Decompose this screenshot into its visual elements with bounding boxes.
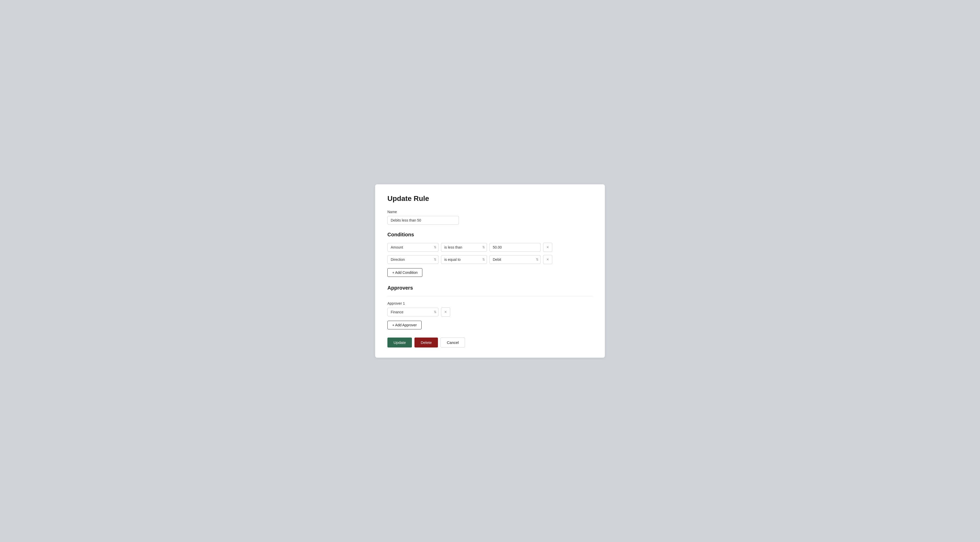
- condition2-field-select[interactable]: Amount Direction Description: [387, 255, 438, 264]
- approvers-section: Approvers Approver 1 Finance HR Manageme…: [387, 285, 593, 330]
- condition1-remove-button[interactable]: ×: [543, 243, 552, 252]
- cancel-button[interactable]: Cancel: [441, 338, 465, 347]
- condition1-value-input[interactable]: [490, 243, 541, 252]
- condition1-field-wrapper: Amount Direction Description: [387, 243, 438, 252]
- approver1-select[interactable]: Finance HR Management IT: [387, 308, 438, 316]
- condition1-field-select[interactable]: Amount Direction Description: [387, 243, 438, 252]
- add-approver-button[interactable]: + Add Approver: [387, 321, 422, 330]
- condition-row-2: Amount Direction Description is less tha…: [387, 255, 593, 264]
- condition1-operator-wrapper: is less than is greater than is equal to…: [441, 243, 487, 252]
- name-input[interactable]: [387, 216, 459, 225]
- condition2-value-wrapper: Debit Credit: [490, 255, 541, 264]
- approver1-remove-icon: ×: [444, 310, 447, 314]
- name-label: Name: [387, 210, 593, 214]
- delete-button[interactable]: Delete: [414, 338, 438, 347]
- condition1-operator-select[interactable]: is less than is greater than is equal to…: [441, 243, 487, 252]
- condition2-remove-button[interactable]: ×: [543, 255, 552, 264]
- condition2-operator-select[interactable]: is less than is greater than is equal to…: [441, 255, 487, 264]
- approver1-label: Approver 1: [387, 301, 593, 306]
- approver1-remove-button[interactable]: ×: [441, 307, 450, 317]
- action-buttons: Update Delete Cancel: [387, 338, 593, 347]
- add-approver-label: + Add Approver: [392, 323, 417, 327]
- name-section: Name: [387, 210, 593, 225]
- page-title: Update Rule: [387, 195, 593, 203]
- condition2-field-wrapper: Amount Direction Description: [387, 255, 438, 264]
- add-condition-label: + Add Condition: [392, 271, 417, 274]
- add-condition-button[interactable]: + Add Condition: [387, 268, 422, 277]
- approvers-title: Approvers: [387, 285, 593, 291]
- approver1-select-wrapper: Finance HR Management IT: [387, 308, 438, 316]
- condition2-value-select[interactable]: Debit Credit: [490, 255, 541, 264]
- approver1-row: Finance HR Management IT ×: [387, 307, 593, 317]
- update-rule-card: Update Rule Name Conditions Amount Direc…: [375, 184, 605, 358]
- conditions-title: Conditions: [387, 232, 593, 238]
- condition-row-1: Amount Direction Description is less tha…: [387, 243, 593, 252]
- condition2-operator-wrapper: is less than is greater than is equal to…: [441, 255, 487, 264]
- update-button[interactable]: Update: [387, 338, 412, 347]
- condition2-remove-icon: ×: [546, 257, 549, 262]
- condition1-remove-icon: ×: [546, 245, 549, 250]
- conditions-area: Amount Direction Description is less tha…: [387, 243, 593, 264]
